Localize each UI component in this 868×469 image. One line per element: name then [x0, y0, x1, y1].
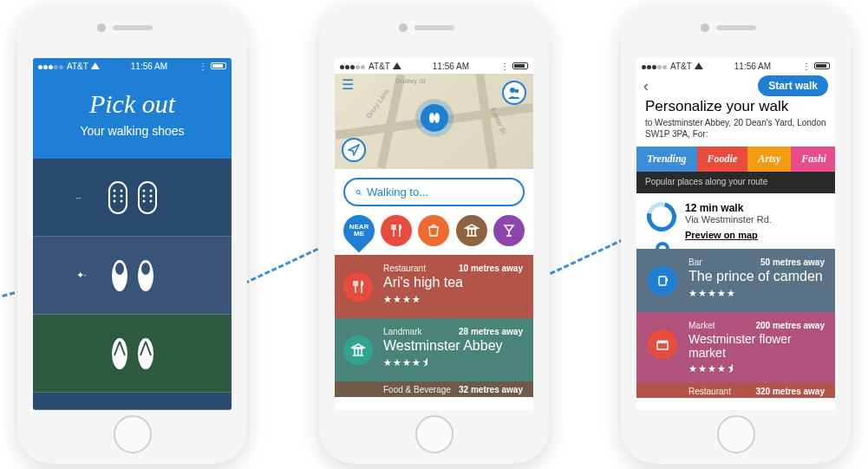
category-food[interactable] [381, 215, 412, 246]
svg-point-22 [429, 113, 434, 123]
place-item-partial[interactable]: Food & Beverage 32 metres away [335, 381, 533, 397]
market-icon [648, 329, 677, 359]
svg-point-1 [113, 189, 115, 192]
svg-rect-7 [139, 182, 156, 213]
svg-point-17 [141, 263, 150, 275]
pickout-header: Pick out Your walking shoes [33, 74, 232, 159]
svg-point-24 [356, 190, 360, 193]
category-nearme[interactable]: NEAR ME [336, 209, 381, 253]
place-name: Westminster Abbey [383, 338, 523, 354]
locate-button[interactable] [342, 138, 366, 162]
bluetooth-icon: ⋮ [199, 62, 207, 71]
svg-point-2 [120, 189, 122, 192]
bar-icon [648, 266, 677, 296]
route-place-item[interactable]: Bar The prince of camden 50 metres away … [636, 249, 835, 312]
place-distance: 50 metres away [760, 257, 825, 267]
category-landmark[interactable] [456, 215, 487, 246]
place-name: The prince of camden [689, 269, 825, 284]
page-subtitle: to Westminster Abbey, 20 Dean's Yard, Lo… [645, 117, 826, 140]
route-place-item-partial[interactable]: Restaurant 320 metres away [636, 383, 835, 398]
phone-frame-1: AT&T 11:56 AM ⋮ Pick out Your walking sh… [17, 4, 247, 464]
tab-foodie[interactable]: Foodie [697, 147, 748, 172]
svg-point-15 [115, 263, 124, 275]
place-item[interactable]: Landmark Westminster Abbey 28 metres awa… [335, 318, 533, 381]
page-title: Personalize your walk [645, 98, 826, 115]
search-input[interactable] [367, 186, 512, 199]
home-button[interactable] [415, 415, 454, 453]
svg-point-10 [142, 194, 145, 197]
svg-point-13 [149, 199, 152, 202]
screen-2: AT&T 11:56 AM ⋮ Dudley St Drury Lane Exe… [335, 58, 533, 410]
category-shopping[interactable] [418, 215, 449, 246]
map-view[interactable]: Dudley St Drury Lane Exeter St ☰ [335, 74, 533, 169]
place-item[interactable]: Restaurant Ari's high tea 10 metres away… [335, 255, 533, 318]
place-distance: 320 metres away [755, 387, 825, 396]
walk-duration: 12 min walk [685, 202, 826, 214]
svg-point-3 [113, 194, 115, 197]
category-bar[interactable] [493, 215, 525, 246]
svg-point-11 [149, 194, 152, 197]
wifi-icon [91, 62, 100, 69]
place-name: Westminster flower market [689, 332, 825, 360]
svg-point-21 [515, 89, 519, 94]
clock: 11:56 AM [131, 62, 167, 71]
tabs-container: Trending Foodie Artsy Fashi Popular plac… [636, 147, 835, 193]
shoe-option-flipflops[interactable] [33, 315, 232, 393]
svg-point-20 [510, 88, 515, 93]
search-icon [356, 186, 362, 199]
battery-icon [512, 62, 528, 69]
tabs-subtitle: Popular places along your route [636, 172, 835, 193]
status-bar: AT&T 11:56 AM ⋮ [33, 58, 232, 74]
status-bar: AT&T 11:56 AM ⋮ [636, 58, 835, 74]
svg-point-23 [434, 113, 440, 123]
bluetooth-icon: ⋮ [500, 62, 509, 71]
walk-via: Via Westminster Rd. [685, 214, 826, 225]
food-icon [343, 272, 373, 302]
shoe-option-partial[interactable] [33, 393, 232, 410]
svg-point-8 [142, 189, 145, 192]
wifi-icon [695, 62, 703, 69]
home-button[interactable] [114, 415, 152, 453]
svg-point-4 [120, 194, 122, 197]
svg-point-12 [142, 199, 145, 202]
place-rating: ★★★★⯨ [383, 357, 523, 368]
people-button[interactable] [502, 81, 526, 105]
home-button[interactable] [717, 415, 755, 453]
place-name: Ari's high tea [383, 275, 523, 290]
start-walk-button[interactable]: Start walk [758, 75, 828, 96]
screen-3: AT&T 11:56 AM ⋮ ‹ Start walk Personalize… [636, 58, 835, 410]
place-distance: 10 metres away [459, 264, 523, 273]
tab-artsy[interactable]: Artsy [747, 147, 791, 172]
shoe-option-sneakers[interactable]: ·· [33, 159, 232, 237]
clock: 11:56 AM [433, 62, 469, 71]
svg-point-9 [149, 189, 152, 192]
screen-1: AT&T 11:56 AM ⋮ Pick out Your walking sh… [33, 58, 232, 410]
place-distance: 32 metres away [459, 385, 523, 394]
tab-trending[interactable]: Trending [636, 147, 697, 172]
back-button[interactable]: ‹ [643, 77, 649, 95]
phone-frame-3: AT&T 11:56 AM ⋮ ‹ Start walk Personalize… [621, 4, 851, 464]
preview-map-link[interactable]: Preview on map [685, 230, 826, 240]
header-title: Pick out [42, 89, 223, 119]
tab-fashion[interactable]: Fashi [791, 147, 835, 172]
route-timeline: Bar The prince of camden 50 metres away … [636, 249, 835, 398]
clock: 11:56 AM [734, 62, 771, 71]
status-bar: AT&T 11:56 AM ⋮ [335, 58, 533, 74]
route-place-item[interactable]: Market Westminster flower market 200 met… [636, 312, 835, 383]
wifi-icon [393, 62, 401, 69]
shoe-list: ·· ✦· [33, 159, 232, 410]
place-distance: 28 metres away [459, 327, 523, 336]
phone-frame-2: AT&T 11:56 AM ⋮ Dudley St Drury Lane Exe… [319, 4, 549, 464]
menu-icon[interactable]: ☰ [342, 82, 354, 87]
svg-point-6 [120, 199, 122, 202]
svg-rect-0 [109, 182, 127, 213]
search-bar[interactable] [343, 178, 525, 206]
shoe-option-flats[interactable]: ✦· [33, 237, 232, 315]
svg-line-25 [360, 193, 362, 195]
carrier-label: AT&T [67, 62, 88, 71]
progress-ring-icon [642, 197, 682, 237]
personalize-header: ‹ Start walk Personalize your walk to We… [636, 74, 835, 147]
place-rating: ★★★★★ [689, 288, 825, 299]
battery-icon [211, 62, 226, 69]
svg-rect-26 [659, 277, 666, 285]
